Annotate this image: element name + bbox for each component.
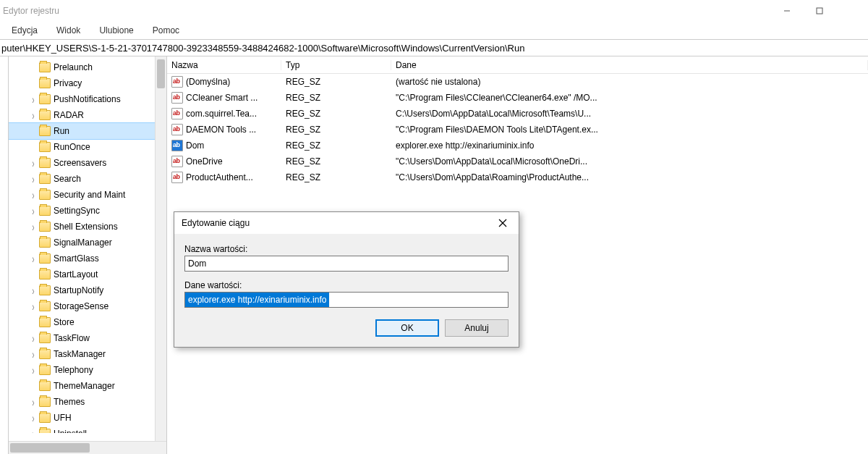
dialog-titlebar[interactable]: Edytowanie ciągu: [174, 212, 519, 234]
tree-item[interactable]: ›Uninstall: [9, 426, 166, 433]
expander-icon[interactable]: ›: [29, 109, 38, 122]
expander-icon[interactable]: ›: [29, 172, 38, 185]
list-row[interactable]: ProductAuthent...REG_SZ"C:\Users\Dom\App…: [167, 169, 868, 185]
cell-data: (wartość nie ustalona): [391, 77, 868, 87]
list-row[interactable]: CCleaner Smart ...REG_SZ"C:\Program File…: [167, 90, 868, 106]
tree-item[interactable]: Store: [9, 314, 166, 330]
minimize-button[interactable]: [770, 0, 803, 22]
menu-view[interactable]: Widok: [54, 24, 83, 37]
tree-item[interactable]: Privacy: [9, 75, 166, 91]
scrollbar-thumb[interactable]: [157, 59, 165, 88]
tree-item[interactable]: Prelaunch: [9, 59, 166, 75]
expander-icon[interactable]: ›: [29, 300, 38, 313]
expander-icon[interactable]: ›: [29, 188, 38, 201]
tree-list[interactable]: PrelaunchPrivacy›PushNotifications›RADAR…: [9, 56, 166, 433]
tree-item-label: Search: [54, 174, 81, 184]
expander-icon[interactable]: ›: [29, 252, 38, 265]
expander-icon[interactable]: ›: [29, 284, 38, 297]
tree-item[interactable]: ›TaskManager: [9, 346, 166, 362]
tree-item[interactable]: ›Themes: [9, 394, 166, 410]
expander-icon[interactable]: ›: [29, 427, 38, 433]
tree-item[interactable]: ›RADAR: [9, 107, 166, 123]
expander-icon[interactable]: ›: [29, 93, 38, 106]
header-type[interactable]: Typ: [281, 60, 391, 70]
tree-horizontal-scrollbar[interactable]: [9, 441, 166, 454]
folder-icon: [39, 381, 51, 391]
expander-icon[interactable]: ›: [29, 348, 38, 361]
folder-icon: [39, 397, 51, 407]
address-path: puter\HKEY_USERS\S-1-5-21-3701747800-392…: [1, 43, 524, 54]
window-title: Edytor rejestru: [3, 6, 59, 16]
string-value-icon: [171, 172, 183, 183]
list-header[interactable]: Nazwa Typ Dane: [167, 56, 868, 74]
tree-item-label: SettingSync: [54, 206, 100, 216]
tree-item[interactable]: ›SmartGlass: [9, 251, 166, 266]
tree-item[interactable]: ›Telephony: [9, 362, 166, 378]
menu-help[interactable]: Pomoc: [150, 24, 182, 37]
folder-icon: [39, 413, 51, 423]
menubar: Edycja Widok Ulubione Pomoc: [0, 22, 868, 39]
expander-icon[interactable]: ›: [29, 411, 38, 424]
value-data-input[interactable]: explorer.exe http://exinariuminix.info: [184, 292, 509, 308]
list-row[interactable]: (Domyślna)REG_SZ(wartość nie ustalona): [167, 74, 868, 90]
list-row[interactable]: OneDriveREG_SZ"C:\Users\Dom\AppData\Loca…: [167, 154, 868, 169]
tree-item-label: ThemeManager: [54, 381, 115, 391]
list-row[interactable]: com.squirrel.Tea...REG_SZC:\Users\Dom\Ap…: [167, 106, 868, 122]
maximize-button[interactable]: [803, 0, 835, 22]
string-value-icon: [171, 108, 183, 119]
value-name-input[interactable]: Dom: [184, 256, 509, 272]
header-name[interactable]: Nazwa: [167, 60, 281, 70]
tree-item-label: StartLayout: [54, 269, 98, 279]
menu-favorites[interactable]: Ulubione: [96, 24, 136, 37]
expander-icon[interactable]: ›: [29, 204, 38, 217]
cell-name-text: (Domyślna): [186, 77, 230, 87]
folder-icon: [39, 94, 51, 104]
tree-vertical-scrollbar[interactable]: [155, 56, 166, 441]
tree-item[interactable]: ›Screensavers: [9, 155, 166, 171]
list-rows: (Domyślna)REG_SZ(wartość nie ustalona)CC…: [167, 74, 868, 185]
cell-data: explorer.exe http://exinariuminix.info: [391, 140, 868, 151]
list-row[interactable]: DAEMON Tools ...REG_SZ"C:\Program Files\…: [167, 122, 868, 138]
expander-icon[interactable]: ›: [29, 363, 38, 377]
tree-item[interactable]: ›SettingSync: [9, 203, 166, 219]
dialog-close-button[interactable]: [487, 212, 519, 234]
address-bar[interactable]: puter\HKEY_USERS\S-1-5-21-3701747800-392…: [0, 39, 868, 56]
tree-item[interactable]: ›StorageSense: [9, 298, 166, 314]
menu-edit[interactable]: Edycja: [9, 24, 41, 37]
expander-icon[interactable]: ›: [29, 220, 38, 233]
tree-item[interactable]: ›Shell Extensions: [9, 219, 166, 235]
folder-icon: [39, 285, 51, 295]
tree-item[interactable]: ›UFH: [9, 410, 166, 426]
tree-item[interactable]: ›TaskFlow: [9, 330, 166, 346]
tree-item[interactable]: ›StartupNotify: [9, 282, 166, 298]
folder-icon: [39, 142, 51, 152]
cancel-button[interactable]: Anuluj: [445, 319, 509, 337]
tree-item[interactable]: RunOnce: [9, 139, 166, 155]
tree-item[interactable]: ›Search: [9, 171, 166, 187]
cell-data: "C:\Program Files\CCleaner\CCleaner64.ex…: [391, 93, 868, 103]
folder-icon: [39, 365, 51, 375]
expander-icon[interactable]: ›: [29, 395, 38, 408]
list-row[interactable]: DomREG_SZexplorer.exe http://exinariumin…: [167, 138, 868, 154]
tree-item[interactable]: ›Security and Maint: [9, 187, 166, 203]
string-value-icon: [171, 124, 183, 135]
expander-icon[interactable]: ›: [29, 332, 38, 345]
tree-item[interactable]: SignalManager: [9, 235, 166, 251]
expander-icon[interactable]: ›: [29, 156, 38, 169]
tree-item-label: Screensavers: [54, 158, 106, 168]
tree-item-label: Security and Maint: [54, 190, 125, 200]
tree-item-label: RunOnce: [54, 142, 90, 152]
header-data[interactable]: Dane: [391, 60, 868, 70]
tree-item-label: StorageSense: [54, 301, 109, 311]
tree-item[interactable]: ThemeManager: [9, 378, 166, 394]
tree-item-label: SignalManager: [54, 237, 112, 248]
ok-button[interactable]: OK: [375, 319, 439, 337]
tree-item[interactable]: Run: [9, 123, 166, 139]
window-controls: ✕: [770, 0, 868, 22]
tree-item[interactable]: StartLayout: [9, 266, 166, 282]
cell-data: "C:\Users\Dom\AppData\Roaming\ProductAut…: [391, 172, 868, 182]
tree-item[interactable]: ›PushNotifications: [9, 91, 166, 107]
scrollbar-thumb[interactable]: [10, 443, 90, 453]
cell-name: Dom: [167, 140, 281, 151]
folder-icon: [39, 126, 51, 136]
